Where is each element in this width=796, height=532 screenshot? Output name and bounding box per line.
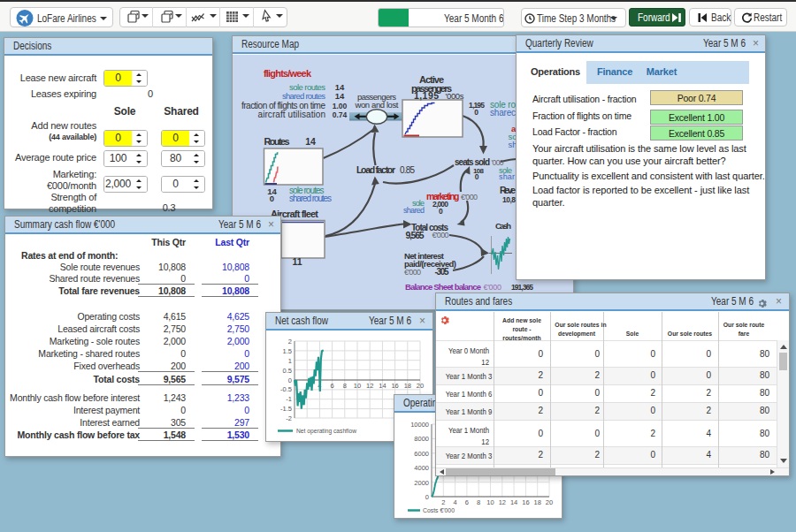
svg-text:14: 14	[335, 91, 345, 101]
svg-text:Costs €'000: Costs €'000	[423, 506, 455, 514]
svg-text:-0.5: -0.5	[280, 385, 292, 393]
svg-text:flights/week: flights/week	[264, 68, 312, 79]
svg-text:8: 8	[477, 498, 480, 506]
svg-text:shar: shar	[499, 172, 515, 181]
svg-text:20: 20	[417, 382, 424, 390]
svg-text:8000: 8000	[414, 435, 429, 443]
svg-text:-305: -305	[435, 267, 449, 277]
svg-text:11: 11	[292, 256, 302, 267]
svg-text:9,565: 9,565	[406, 230, 425, 240]
svg-text:0.5: 0.5	[283, 367, 292, 375]
svg-text:10000: 10000	[410, 421, 429, 429]
svg-text:seats sold: seats sold	[455, 157, 490, 167]
svg-text:Balance Sheet balance: Balance Sheet balance	[405, 282, 481, 292]
svg-text:2000: 2000	[414, 479, 429, 487]
svg-text:shared: shared	[403, 206, 425, 215]
svg-text:6: 6	[465, 498, 469, 506]
svg-text:shared routes: shared routes	[289, 194, 332, 203]
svg-text:12: 12	[499, 498, 506, 506]
svg-text:aircraft utilisation: aircraft utilisation	[258, 110, 326, 119]
svg-text:sharec: sharec	[490, 108, 516, 118]
svg-text:'000s: '000s	[446, 91, 464, 101]
svg-text:2: 2	[288, 338, 292, 346]
svg-text:14: 14	[510, 498, 517, 506]
svg-text:-1: -1	[286, 395, 292, 403]
svg-text:6: 6	[331, 382, 334, 390]
svg-text:10,8: 10,8	[502, 195, 516, 204]
svg-text:14: 14	[379, 382, 386, 390]
svg-text:-2: -2	[286, 414, 292, 422]
svg-text:20: 20	[546, 498, 553, 506]
svg-text:10: 10	[354, 382, 361, 390]
svg-text:14: 14	[305, 136, 316, 147]
svg-text:Routes: Routes	[264, 136, 290, 147]
svg-text:0.74: 0.74	[333, 110, 348, 119]
svg-text:sole routes: sole routes	[289, 82, 325, 92]
svg-text:Reve: Reve	[500, 185, 516, 195]
svg-text:0: 0	[439, 207, 443, 216]
svg-text:0: 0	[425, 493, 429, 501]
svg-text:4: 4	[454, 498, 457, 506]
svg-text:0.85: 0.85	[400, 165, 415, 175]
svg-text:fraction of flights on time: fraction of flights on time	[241, 101, 325, 110]
svg-text:0: 0	[474, 108, 478, 117]
svg-text:€'000: €'000	[461, 193, 478, 201]
svg-text:1,195: 1,195	[414, 90, 439, 101]
svg-text:0: 0	[475, 172, 479, 181]
svg-text:1.00: 1.00	[333, 102, 348, 110]
svg-text:4000: 4000	[414, 464, 429, 472]
svg-text:Net operating cashflow: Net operating cashflow	[296, 427, 356, 435]
svg-text:€'000: €'000	[404, 268, 421, 277]
svg-text:0: 0	[288, 376, 292, 384]
svg-text:0: 0	[270, 194, 274, 203]
svg-text:18: 18	[534, 498, 541, 506]
svg-text:14: 14	[335, 82, 345, 92]
svg-text:16: 16	[522, 498, 529, 506]
svg-text:8: 8	[343, 382, 347, 390]
svg-text:won and lost: won and lost	[355, 100, 399, 110]
svg-text:10: 10	[486, 498, 494, 506]
svg-text:-1.5: -1.5	[280, 405, 292, 413]
svg-text:2: 2	[441, 498, 445, 506]
svg-text:€'000: €'000	[432, 231, 449, 239]
svg-text:€'000: €'000	[484, 283, 502, 292]
svg-text:Load factor: Load factor	[356, 164, 395, 175]
svg-text:16: 16	[391, 382, 398, 390]
svg-text:12: 12	[366, 382, 373, 390]
svg-text:shared routes: shared routes	[282, 91, 325, 101]
svg-text:18: 18	[404, 382, 411, 390]
svg-text:1.5: 1.5	[283, 347, 292, 355]
svg-text:1: 1	[288, 357, 292, 365]
svg-text:6000: 6000	[414, 450, 429, 458]
svg-text:Cash: Cash	[495, 221, 511, 231]
svg-text:191,365: 191,365	[511, 283, 533, 292]
